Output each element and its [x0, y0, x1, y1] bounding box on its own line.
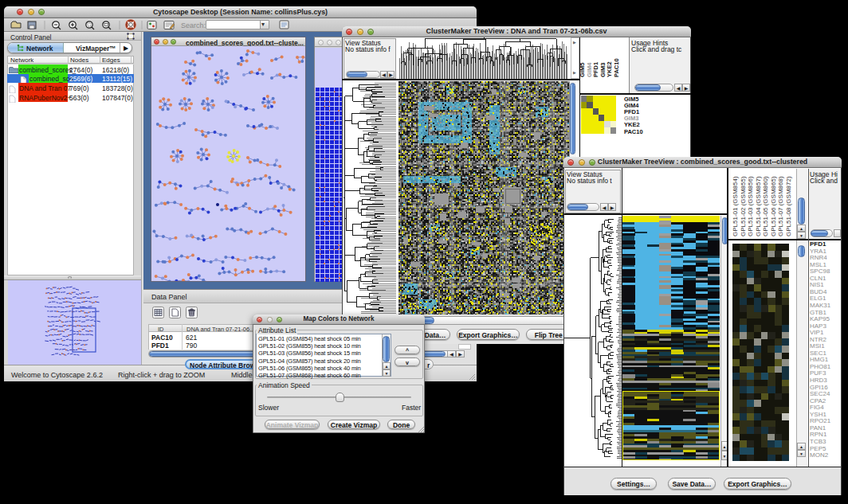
svg-text:GPL51-02 (GSM855): GPL51-02 (GSM855) [740, 176, 747, 236]
svg-text:GPL51-04 (GSM857): GPL51-04 (GSM857) [755, 176, 762, 236]
svg-text:GPL51-07 (GSM868): GPL51-07 (GSM868) [777, 176, 784, 236]
svg-text:GPL51-08 (GSM872): GPL51-08 (GSM872) [785, 176, 792, 236]
svg-text:GPL51-06 (GSM865): GPL51-06 (GSM865) [770, 176, 777, 236]
svg-text:GPL51-01 (GSM854): GPL51-01 (GSM854) [732, 176, 739, 236]
svg-text:GPL51-03 (GSM856): GPL51-03 (GSM856) [747, 176, 754, 236]
svg-text:GPL51-05 (GSM860): GPL51-05 (GSM860) [762, 176, 769, 236]
